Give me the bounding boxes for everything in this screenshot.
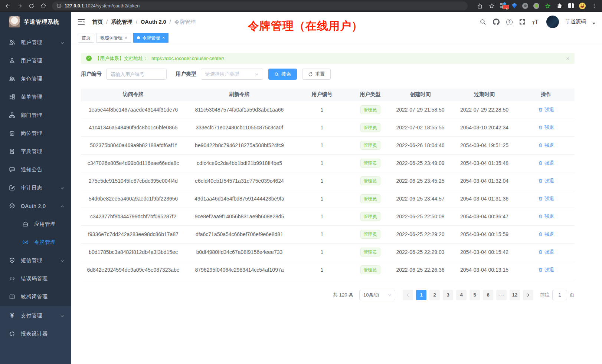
reload-icon[interactable] (28, 3, 35, 9)
info-icon[interactable] (56, 3, 62, 9)
extension-command-icon[interactable] (522, 3, 528, 9)
refresh-icon (308, 72, 313, 77)
username-label[interactable]: 芋道源码 (565, 19, 586, 25)
col-access-token: 访问令牌 (81, 89, 186, 101)
extension-gem-icon[interactable] (512, 3, 517, 9)
page-button-2[interactable]: 2 (429, 290, 440, 300)
breadcrumb-item[interactable]: OAuth 2.0 (141, 19, 166, 25)
browser-menu-icon[interactable] (591, 3, 598, 9)
user-type-select[interactable]: 请选择用户类型 (201, 69, 263, 80)
next-page-button[interactable] (523, 290, 533, 300)
sidebar-collapse-icon[interactable] (77, 18, 85, 26)
page-button-1[interactable]: 1 (416, 290, 426, 300)
sidebar-item-label: 菜单管理 (21, 94, 65, 100)
expires-cell: 2054-03-04 00:13:15 (451, 261, 518, 279)
prev-page-button[interactable] (403, 290, 413, 300)
force-logout-button[interactable]: 强退 (538, 106, 554, 113)
sidebar-item-post[interactable]: 岗位管理 (0, 124, 71, 142)
sidebar-item-tenant[interactable]: 租户管理 (0, 33, 71, 52)
force-logout-button[interactable]: 强退 (538, 231, 554, 238)
search-button[interactable]: 搜索 (268, 69, 297, 80)
sidebar-item-dict[interactable]: 字典管理 (0, 142, 71, 161)
page-button-6[interactable]: 6 (483, 290, 493, 300)
user-avatar[interactable] (546, 16, 559, 28)
sidebar-item-label: 错误码管理 (21, 275, 65, 282)
tag-home[interactable]: 首页 (78, 33, 94, 43)
breadcrumb-item[interactable]: 首页 (92, 19, 103, 26)
help-icon[interactable]: ? (506, 19, 513, 25)
tags-view-bar: 首页 敏感词管理× 令牌管理× (71, 32, 602, 44)
reset-button[interactable]: 重置 (302, 69, 331, 80)
page-button-12[interactable]: 12 (510, 290, 520, 300)
force-logout-button[interactable]: 强退 (538, 160, 554, 166)
sidebar-item-role[interactable]: 角色管理 (0, 70, 71, 88)
chevron-down-icon (60, 314, 65, 318)
side-panel-icon[interactable] (568, 3, 574, 8)
force-logout-button[interactable]: 强退 (538, 195, 554, 202)
force-logout-button[interactable]: 强退 (538, 142, 554, 149)
user-id-input[interactable] (106, 69, 167, 80)
page-button-4[interactable]: 4 (456, 290, 467, 300)
extension-star-icon[interactable] (544, 3, 551, 9)
token-signal-icon (22, 239, 29, 245)
tag-sensitive[interactable]: 敏感词管理× (96, 33, 131, 43)
access-token-cell: b0d1785bc3a8482f812db4a3f3bd15ec (81, 243, 186, 261)
search-icon[interactable] (480, 19, 487, 26)
sidebar-item-errcode[interactable]: 错误码管理 (0, 269, 71, 288)
force-logout-button[interactable]: 强退 (538, 213, 554, 220)
share-icon[interactable] (477, 3, 483, 9)
close-icon[interactable]: × (162, 35, 165, 40)
sidebar-item-audit-log[interactable]: 审计日志 (0, 179, 71, 197)
back-icon[interactable] (4, 3, 11, 9)
sidebar-item-pay[interactable]: ¥ 支付管理 (0, 307, 71, 325)
tag-token-active[interactable]: 令牌管理× (133, 33, 169, 43)
sidebar-item-sms[interactable]: 短信管理 (0, 251, 71, 269)
user-menu-caret-icon[interactable] (592, 23, 595, 24)
home-icon[interactable] (40, 3, 47, 9)
sidebar-item-sensitive[interactable]: 敏感词管理 (0, 288, 71, 306)
fullscreen-icon[interactable] (519, 19, 526, 26)
refresh-token-cell: 8796295f04064c2983414cc54af1097a (186, 261, 293, 279)
bookmark-star-icon[interactable] (488, 3, 495, 9)
force-logout-button[interactable]: 强退 (538, 178, 554, 184)
goto-page: 前往 页 (540, 290, 575, 300)
page-size-select[interactable]: 10条/页 (359, 290, 395, 300)
github-icon[interactable] (493, 19, 500, 26)
sidebar-item-oauth-app[interactable]: 应用管理 (0, 215, 71, 233)
force-logout-button[interactable]: 强退 (538, 249, 554, 255)
sidebar-item-oauth[interactable]: OAuth 2.0 (0, 197, 71, 215)
extension-tabs-icon[interactable]: 9 (500, 3, 507, 9)
page-button-3[interactable]: 3 (443, 290, 453, 300)
sidebar-item-oauth-token[interactable]: 令牌管理 (0, 233, 71, 251)
doc-link[interactable]: https://doc.iocoder.cn/user-center/ (151, 56, 224, 61)
sidebar-item-report-designer[interactable]: 报表设计器 (0, 325, 71, 343)
extension-avatar-icon[interactable] (533, 3, 539, 9)
forward-icon[interactable] (16, 3, 23, 9)
chevron-down-icon (388, 293, 392, 297)
force-logout-button[interactable]: 强退 (538, 267, 554, 273)
app-logo[interactable]: 芋道管理系统 (0, 12, 71, 32)
breadcrumb-item-current: 令牌管理 (174, 19, 196, 26)
close-icon[interactable]: × (125, 35, 127, 40)
profile-emoji-icon[interactable] (579, 3, 586, 9)
col-refresh-token: 刷新令牌 (186, 89, 293, 101)
page-button-5[interactable]: 5 (470, 290, 480, 300)
breadcrumb-item[interactable]: 系统管理 (111, 19, 132, 26)
refresh-token-cell: 9ce8ef2aa9f14056b831ae9b608e28d5 (186, 208, 293, 225)
more-pages-button[interactable]: ··· (496, 290, 507, 300)
force-logout-button[interactable]: 强退 (538, 124, 554, 131)
expires-cell: 2054-03-04 00:15:59 (451, 225, 518, 243)
sidebar-item-notice[interactable]: 通知公告 (0, 161, 71, 179)
alert-close-icon[interactable]: × (566, 55, 569, 62)
sidebar-item-user[interactable]: 用户管理 (0, 52, 71, 70)
pagination: 共 120 条 10条/页 1 2 3 4 5 6 ··· 12 (81, 290, 575, 300)
sidebar-item-dept[interactable]: 部门管理 (0, 106, 71, 124)
user-type-cell: 管理员 (351, 225, 390, 243)
trash-icon (538, 232, 543, 236)
font-size-icon[interactable]: TT (532, 19, 539, 25)
goto-page-input[interactable] (552, 290, 567, 300)
table-row: c347026e805e4d99b0d116eae66eda8c cdfc4ce… (81, 154, 575, 172)
address-bar[interactable]: 127.0.0.1:1024/system/oauth2/token (52, 1, 468, 10)
sidebar-item-menu[interactable]: 菜单管理 (0, 88, 71, 106)
extensions-puzzle-icon[interactable] (556, 3, 563, 9)
